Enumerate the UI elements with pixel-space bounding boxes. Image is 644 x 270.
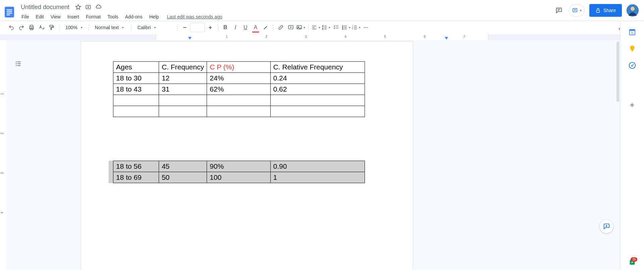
italic-button[interactable]: I [231,23,240,32]
svg-text:31: 31 [631,32,634,35]
table-cell[interactable] [207,95,270,106]
table-cell[interactable]: 100 [207,172,270,183]
open-comments-button[interactable] [553,5,564,16]
table-cell[interactable]: 31 [159,84,207,95]
menu-insert[interactable]: Insert [65,13,82,21]
tasks-addon-icon[interactable] [629,62,636,69]
font-family-select[interactable]: Calibri [134,25,174,30]
line-spacing-button[interactable] [321,23,331,32]
svg-rect-0 [5,7,14,17]
align-button[interactable] [311,23,321,32]
left-indent-marker[interactable] [188,37,192,40]
keep-addon-icon[interactable] [629,45,636,52]
scrollbar[interactable] [616,42,619,102]
increase-font-button[interactable]: + [206,23,215,32]
menu-file[interactable]: File [19,13,32,21]
checklist-button[interactable] [331,23,341,32]
table-cell[interactable] [207,106,270,117]
horizontal-ruler[interactable]: 1 1 2 3 4 5 6 7 [156,34,488,40]
add-comment-floating-button[interactable] [600,220,613,233]
show-outline-button[interactable] [12,58,24,70]
present-button[interactable]: ▾ [569,4,585,16]
data-table-2[interactable]: 18 to 56 45 90% 0.90 18 to 69 50 100 1 [113,161,365,183]
table-cell[interactable] [159,95,207,106]
chevron-down-icon: ▾ [580,9,582,12]
redo-button[interactable] [17,23,26,32]
underline-button[interactable]: U [241,23,250,32]
table-row[interactable]: 18 to 30 12 24% 0.24 [113,73,365,84]
right-indent-marker[interactable] [445,37,448,40]
table-cell[interactable]: 45 [159,161,207,172]
more-button[interactable]: ⋯ [362,23,371,32]
menu-format[interactable]: Format [83,13,103,21]
calendar-addon-icon[interactable]: 31 [629,28,636,36]
vertical-ruler[interactable]: 1 2 3 4 [0,40,7,270]
table-row[interactable] [113,106,365,117]
table-cell[interactable]: C. Frequency [159,62,207,73]
paragraph-style-select[interactable]: Normal text [92,25,128,30]
table-cell[interactable]: 18 to 69 [113,172,159,183]
insert-link-button[interactable] [276,23,285,32]
get-addons-button[interactable]: + [629,101,636,109]
highlight-button[interactable] [261,23,270,32]
table-cell[interactable]: 0.62 [270,84,365,95]
table-cell[interactable]: 50 [159,172,207,183]
paint-format-button[interactable] [47,23,56,32]
vruler-number: 2 [0,132,4,134]
table-cell[interactable] [270,95,365,106]
table-cell[interactable]: 0.90 [270,161,365,172]
menu-edit[interactable]: Edit [33,13,47,21]
insert-image-button[interactable] [296,23,306,32]
font-size-input[interactable] [190,23,205,32]
undo-button[interactable] [7,23,16,32]
table-cell[interactable]: C P (%) [207,62,270,73]
account-avatar[interactable] [627,4,639,16]
table-cell[interactable] [113,106,159,117]
docs-logo[interactable] [3,3,16,21]
star-icon[interactable] [75,4,82,10]
menu-help[interactable]: Help [147,13,162,21]
table-row[interactable]: 18 to 69 50 100 1 [113,172,365,183]
table-cell[interactable]: 90% [207,161,270,172]
title-left: Untitled document File Edit View Insert … [19,3,222,21]
table-cell[interactable] [270,106,365,117]
table-cell[interactable]: Ages [113,62,159,73]
table-row[interactable] [113,95,365,106]
zoom-select[interactable]: 100% [62,25,86,30]
table-cell[interactable]: 18 to 56 [113,161,159,172]
menu-tools[interactable]: Tools [105,13,121,21]
cloud-status-icon[interactable] [95,4,102,10]
spellcheck-button[interactable] [37,23,46,32]
numbered-list-button[interactable]: 123 [352,23,361,32]
table-cell[interactable]: 24% [207,73,270,84]
table-cell[interactable]: 0.24 [270,73,365,84]
table-cell[interactable]: 18 to 43 [113,84,159,95]
table-cell[interactable] [159,106,207,117]
table-cell[interactable] [113,95,159,106]
table-cell[interactable]: C. Relative Frequency [270,62,365,73]
table-cell[interactable]: 1 [270,172,365,183]
table-row[interactable]: 18 to 56 45 90% 0.90 [113,161,365,172]
insert-comment-button[interactable] [286,23,296,32]
document-title[interactable]: Untitled document [19,3,71,11]
table-row[interactable]: 18 to 43 31 62% 0.62 [113,84,365,95]
table-cell[interactable]: 18 to 30 [113,73,159,84]
explore-sidebar-button[interactable]: 39 [629,259,636,266]
move-icon[interactable] [85,4,92,10]
menu-view[interactable]: View [48,13,63,21]
decrease-font-button[interactable]: − [180,23,190,32]
text-color-button[interactable]: A [251,23,260,32]
table-cell[interactable]: 12 [159,73,207,84]
last-edit-link[interactable]: Last edit was seconds ago [167,14,222,19]
ruler-ticks: 1 1 2 3 4 5 6 7 [156,34,488,40]
menu-addons[interactable]: Add-ons [122,13,145,21]
document-page[interactable]: Ages C. Frequency C P (%) C. Relative Fr… [80,41,413,270]
table-cell[interactable]: 62% [207,84,270,95]
table-row[interactable]: Ages C. Frequency C P (%) C. Relative Fr… [113,62,365,73]
separator [131,24,131,31]
print-button[interactable] [27,23,36,32]
bold-button[interactable]: B [221,23,230,32]
share-button[interactable]: Share [589,4,622,17]
data-table-1[interactable]: Ages C. Frequency C P (%) C. Relative Fr… [113,61,365,117]
bulleted-list-button[interactable] [341,23,351,32]
